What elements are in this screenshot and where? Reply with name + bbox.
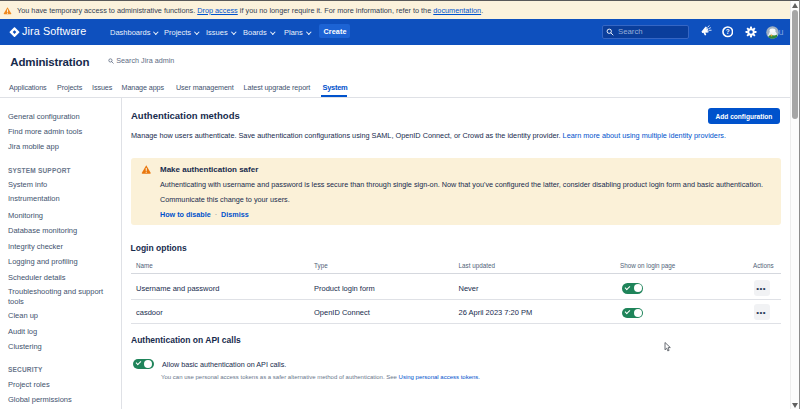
svg-text:?: ?	[725, 28, 729, 35]
